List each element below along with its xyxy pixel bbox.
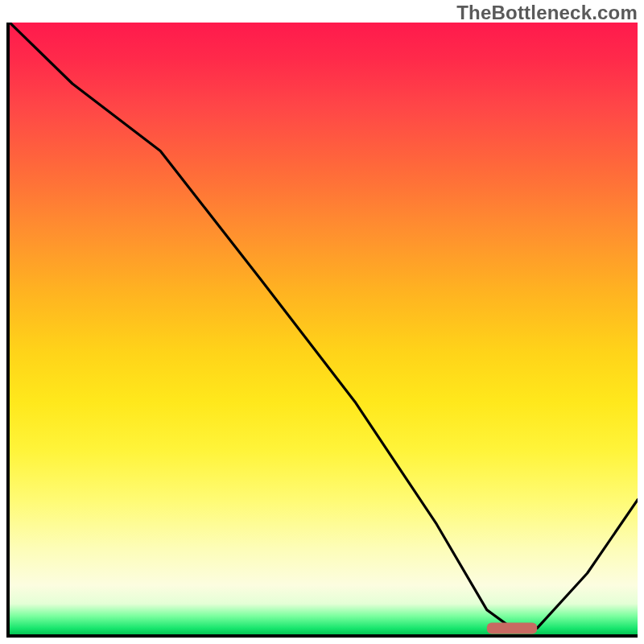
- bottleneck-chart: TheBottleneck.com: [0, 0, 644, 644]
- plot-area: [6, 23, 638, 638]
- sweet-spot-marker: [487, 622, 537, 634]
- chart-overlay: [10, 23, 638, 634]
- bottleneck-curve-line: [10, 23, 638, 628]
- watermark-text: TheBottleneck.com: [456, 2, 638, 24]
